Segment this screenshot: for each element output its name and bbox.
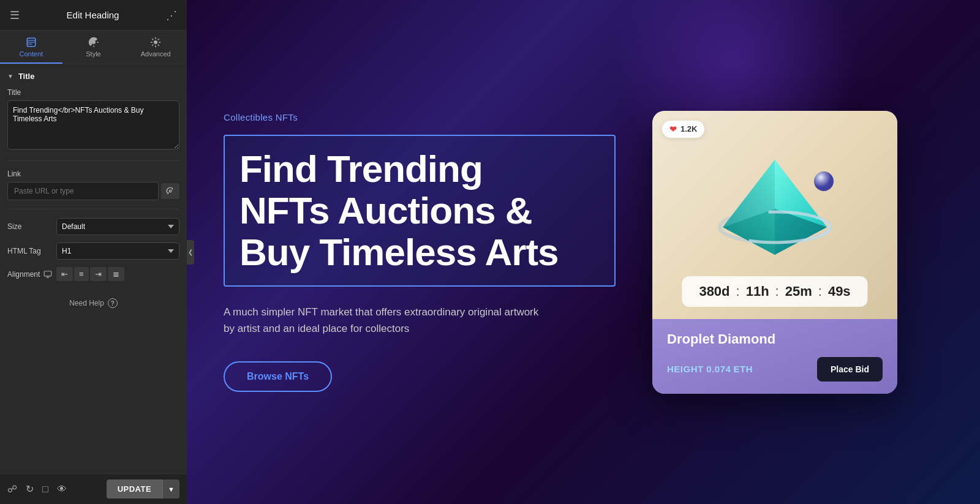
main-content: Collectibles NFTs Find TrendingNFTs Auct… (187, 0, 980, 504)
nft-diamond-art (707, 148, 842, 282)
align-center-button[interactable]: ≡ (74, 267, 89, 281)
heart-icon: ❤ (669, 124, 677, 134)
browse-nfts-button[interactable]: Browse NFTs (224, 361, 332, 392)
svg-point-15 (814, 171, 834, 191)
divider-1 (7, 160, 179, 161)
hero-subtext: A much simpler NFT market that offers ex… (224, 304, 542, 337)
nft-price-label: HEIGHT 0.074 (667, 364, 731, 374)
chevron-icon[interactable]: ▼ (7, 73, 13, 80)
link-input-row (7, 182, 179, 200)
align-left-button[interactable]: ⇤ (56, 267, 73, 281)
title-section-label: Title (18, 72, 35, 81)
panel-tabs: Content Style Advanced (0, 31, 187, 64)
nft-card: ❤ 1.2K (652, 111, 897, 394)
panel-scroll-area: ▼ Title Title Find Trending</br>NFTs Auc… (0, 64, 187, 504)
countdown-box: 380d : 11h : 25m : 49s (682, 276, 867, 307)
alignment-buttons: ⇤ ≡ ⇥ ≣ (56, 267, 124, 281)
tab-style[interactable]: Style (62, 31, 125, 64)
left-panel: ☰ Edit Heading ⋰ Content Style Advanced … (0, 0, 187, 504)
collapse-handle[interactable]: ❮ (187, 240, 194, 265)
svg-point-5 (154, 41, 157, 44)
svg-rect-7 (45, 271, 52, 276)
svg-point-6 (169, 190, 172, 192)
grid-icon[interactable]: ⋰ (166, 9, 177, 22)
hero-heading: Find TrendingNFTs Auctions &Buy Timeless… (239, 148, 600, 274)
hero-section: Collectibles NFTs Find TrendingNFTs Auct… (224, 112, 616, 393)
title-textarea[interactable]: Find Trending</br>NFTs Auctions & Buy Ti… (7, 100, 179, 149)
html-tag-field-row: HTML Tag H1 H2 H3 H4 H5 H6 div span p (7, 243, 179, 260)
hamburger-icon[interactable]: ☰ (10, 9, 20, 22)
update-button[interactable]: UPDATE (107, 480, 162, 498)
countdown-hours: 11h (746, 284, 769, 299)
countdown-minutes: 25m (785, 284, 812, 299)
monitor-icon (43, 270, 52, 279)
title-field-label: Title (7, 88, 179, 97)
history-icon[interactable]: ↻ (26, 483, 34, 495)
alignment-label: Alignment (7, 270, 56, 279)
collectibles-label: Collectibles NFTs (224, 112, 616, 122)
link-settings-button[interactable] (161, 183, 179, 199)
like-badge[interactable]: ❤ 1.2K (662, 121, 704, 138)
help-icon: ? (108, 298, 118, 308)
divider-2 (7, 209, 179, 209)
need-help-label: Need Help (69, 299, 104, 307)
panel-header: ☰ Edit Heading ⋰ (0, 0, 187, 31)
need-help[interactable]: Need Help ? (7, 288, 179, 318)
size-select[interactable]: Default Small Medium Large XL XXL (56, 218, 179, 235)
tab-content-label: Content (20, 50, 43, 58)
title-section-header: ▼ Title (7, 72, 179, 81)
hero-heading-wrapper[interactable]: Find TrendingNFTs Auctions &Buy Timeless… (224, 135, 616, 287)
size-field-row: Size Default Small Medium Large XL XXL (7, 218, 179, 235)
like-count: 1.2K (680, 124, 697, 134)
bottom-bar-left: ☍ ↻ □ 👁 (7, 483, 67, 495)
update-btn-group: UPDATE ▼ (107, 480, 179, 498)
nft-price: HEIGHT 0.074 ETH (667, 364, 753, 374)
nft-card-image: ❤ 1.2K (652, 111, 897, 319)
nft-price-currency: ETH (734, 364, 753, 374)
place-bid-button[interactable]: Place Bid (817, 357, 883, 382)
bottom-bar: ☍ ↻ □ 👁 UPDATE ▼ (0, 473, 187, 504)
countdown-days: 380d (699, 284, 729, 299)
tab-advanced-label: Advanced (141, 50, 171, 58)
panel-title: Edit Heading (67, 10, 119, 20)
link-input[interactable] (7, 182, 159, 200)
eye-icon[interactable]: 👁 (57, 484, 67, 495)
nft-card-container: ❤ 1.2K (652, 111, 897, 394)
nft-footer: HEIGHT 0.074 ETH Place Bid (667, 357, 883, 382)
html-tag-label: HTML Tag (7, 247, 56, 255)
align-right-button[interactable]: ⇥ (90, 267, 107, 281)
alignment-row: Alignment ⇤ ≡ ⇥ ≣ (7, 267, 179, 281)
tab-style-label: Style (86, 50, 100, 58)
link-label: Link (7, 170, 179, 178)
size-label: Size (7, 222, 56, 231)
tab-advanced[interactable]: Advanced (124, 31, 187, 64)
tab-content[interactable]: Content (0, 31, 62, 64)
html-tag-select[interactable]: H1 H2 H3 H4 H5 H6 div span p (56, 243, 179, 260)
align-justify-button[interactable]: ≣ (108, 267, 124, 281)
nft-card-info: Droplet Diamond HEIGHT 0.074 ETH Place B… (652, 319, 897, 394)
nft-name: Droplet Diamond (667, 331, 883, 347)
layers-icon[interactable]: ☍ (7, 483, 17, 495)
update-arrow-button[interactable]: ▼ (162, 480, 179, 498)
crop-icon[interactable]: □ (42, 484, 48, 495)
countdown-seconds: 49s (828, 284, 851, 299)
